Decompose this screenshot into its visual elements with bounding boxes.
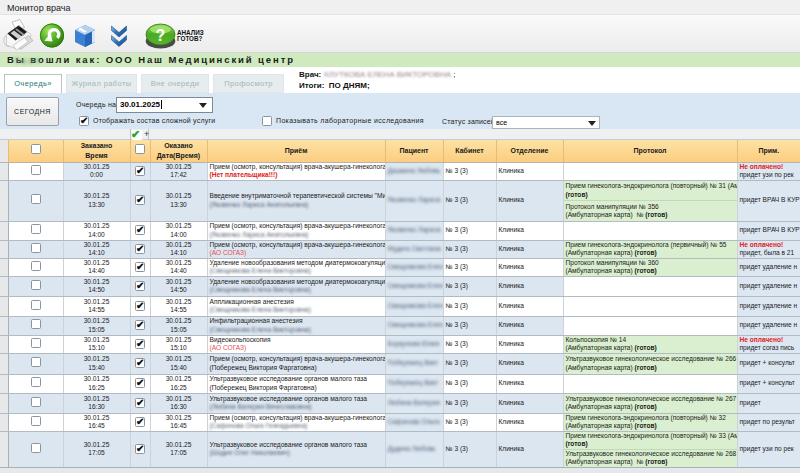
svg-text:?: ? xyxy=(156,27,166,44)
svg-text:ГОТОВ?: ГОТОВ? xyxy=(177,35,203,42)
